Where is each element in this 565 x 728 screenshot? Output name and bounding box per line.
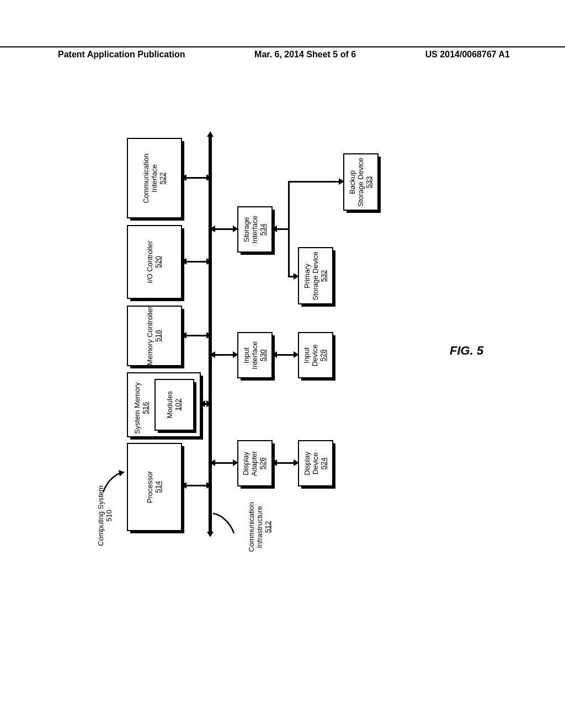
callout-arrow [97, 469, 130, 496]
modules-ref: 102 [174, 399, 182, 411]
block-inputdev: Input Device 528 [298, 332, 333, 378]
sysmem-ref: 516 [141, 402, 150, 414]
system-ref: 510 [105, 510, 113, 522]
page-header: Patent Application Publication Mar. 6, 2… [0, 46, 565, 60]
storageif-ref: 534 [258, 223, 266, 235]
primstor-ref: 532 [319, 270, 327, 282]
backupstor-ref: 533 [364, 176, 372, 188]
memctrl-label: Memory Controller [146, 307, 154, 366]
ioctrl-ref: 520 [154, 256, 162, 268]
header-left: Patent Application Publication [58, 50, 185, 60]
block-comm: Communication Interface 522 [127, 138, 182, 218]
ioctrl-label: I/O Controller [146, 240, 154, 283]
sysmem-label: System Memory [133, 382, 141, 434]
backupstor-label: Backup Storage Device [348, 158, 365, 207]
memctrl-ref: 518 [154, 330, 162, 342]
comm-infra-label: Communication Infrastructure [247, 502, 264, 552]
block-inputif: Input Interface 530 [237, 332, 273, 378]
dispadapt-label: Display Adapter [242, 451, 259, 476]
bus-arrow-up [207, 131, 214, 137]
dispadapt-ref: 526 [258, 457, 266, 469]
inputif-label: Input Interface [242, 341, 259, 370]
svg-marker-0 [119, 470, 124, 477]
block-dispadapt: Display Adapter 526 [237, 440, 273, 486]
block-storageif: Storage Interface 534 [237, 206, 273, 253]
dispdev-label: Display Device [303, 452, 319, 475]
block-dispdev: Display Device 524 [298, 440, 333, 486]
block-primstor: Primary Storage Device 532 [298, 247, 333, 304]
inputdev-label: Input Device [303, 344, 319, 366]
block-modules: Modules 102 [154, 379, 194, 431]
diagram: Computing System 510 Processor 514 Syste… [72, 127, 491, 645]
block-processor: Processor 514 [127, 443, 182, 531]
block-backupstor: Backup Storage Device 533 [343, 153, 379, 211]
comm-ref: 522 [158, 172, 166, 184]
header-right: US 2014/0068767 A1 [425, 50, 510, 60]
block-sysmem: System Memory 516 Modules 102 [127, 372, 201, 437]
storageif-label: Storage Interface [242, 216, 259, 244]
modules-label: Modules [166, 391, 174, 418]
primstor-label: Primary Storage Device [303, 251, 319, 301]
inputdev-ref: 528 [319, 349, 327, 361]
comm-infra-ref: 512 [264, 521, 272, 533]
header-center: Mar. 6, 2014 Sheet 5 of 6 [254, 50, 356, 60]
comm-infra-group: Communication Infrastructure 512 [232, 515, 287, 539]
figure-label: FIG. 5 [450, 344, 483, 358]
processor-ref: 514 [154, 481, 162, 493]
inputif-ref: 530 [258, 349, 266, 361]
block-memctrl: Memory Controller 518 [127, 306, 182, 366]
comm-label: Communication Interface [142, 153, 158, 203]
dispdev-ref: 524 [319, 457, 327, 469]
processor-label: Processor [146, 471, 154, 504]
block-ioctrl: I/O Controller 520 [127, 225, 182, 299]
